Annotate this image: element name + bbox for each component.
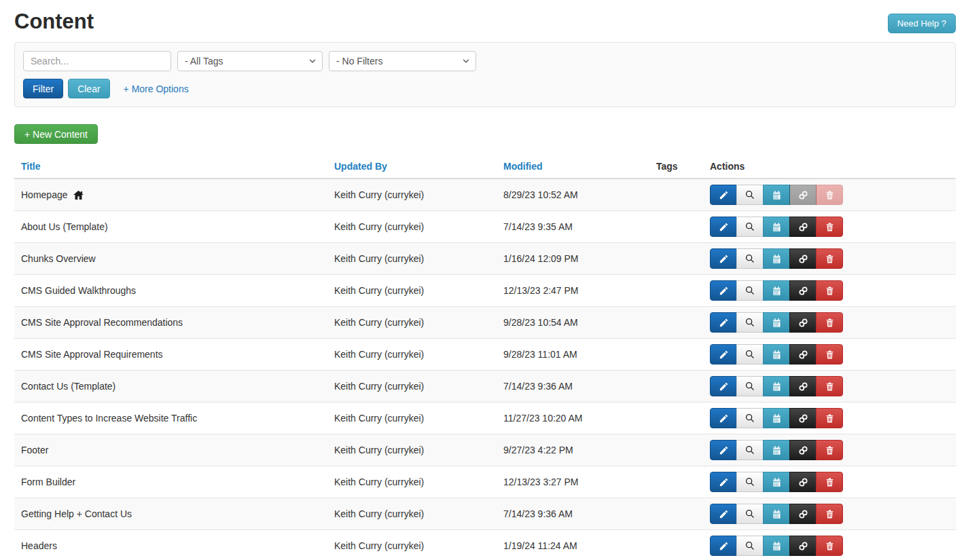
delete-button[interactable] bbox=[816, 312, 843, 333]
row-title-cell: Headers bbox=[14, 530, 327, 560]
delete-button[interactable] bbox=[816, 280, 843, 301]
delete-button[interactable] bbox=[816, 185, 843, 205]
preview-button[interactable] bbox=[736, 472, 764, 492]
clear-button[interactable]: Clear bbox=[68, 79, 109, 98]
column-header-title[interactable]: Title bbox=[14, 155, 327, 178]
link-button[interactable] bbox=[789, 408, 817, 428]
schedule-button[interactable] bbox=[763, 248, 790, 269]
preview-button[interactable] bbox=[736, 344, 764, 365]
row-modified-cell: 12/13/23 3:27 PM bbox=[497, 466, 649, 498]
search-input[interactable] bbox=[23, 51, 171, 71]
edit-button[interactable] bbox=[710, 472, 737, 492]
magnifier-icon bbox=[745, 317, 755, 328]
trash-icon bbox=[825, 541, 835, 551]
preview-button[interactable] bbox=[736, 440, 764, 460]
delete-button[interactable] bbox=[816, 248, 843, 269]
column-header-updated-by[interactable]: Updated By bbox=[327, 155, 497, 178]
tags-select[interactable]: - All Tags bbox=[177, 51, 323, 71]
preview-button[interactable] bbox=[736, 312, 764, 333]
more-options-link[interactable]: + More Options bbox=[124, 83, 189, 94]
edit-button[interactable] bbox=[710, 440, 737, 460]
edit-button[interactable] bbox=[710, 280, 737, 301]
link-button[interactable] bbox=[789, 440, 817, 460]
schedule-button[interactable] bbox=[763, 312, 790, 333]
row-title-cell: Form Builder bbox=[14, 466, 327, 498]
link-button[interactable] bbox=[789, 536, 817, 556]
new-content-button[interactable]: + New Content bbox=[14, 124, 98, 144]
row-modified: 12/13/23 3:27 PM bbox=[503, 477, 579, 487]
magnifier-icon bbox=[745, 508, 755, 519]
filters-select[interactable]: - No Filters bbox=[329, 51, 476, 71]
schedule-button[interactable] bbox=[763, 440, 790, 460]
schedule-button[interactable] bbox=[763, 344, 790, 365]
row-actions-cell bbox=[703, 434, 956, 466]
row-updated-by: Keith Curry (currykei) bbox=[334, 285, 424, 296]
row-updated-by-cell: Keith Curry (currykei) bbox=[327, 530, 497, 560]
calendar-icon bbox=[772, 286, 782, 296]
preview-button[interactable] bbox=[736, 217, 764, 237]
content-page: Need Help ? Content - All Tags - No Filt… bbox=[0, 10, 968, 560]
preview-button[interactable] bbox=[736, 504, 764, 524]
row-title: Getting Help + Contact Us bbox=[21, 508, 132, 519]
edit-button[interactable] bbox=[710, 504, 737, 524]
row-modified-cell: 7/14/23 9:35 AM bbox=[497, 211, 649, 242]
edit-button[interactable] bbox=[710, 248, 737, 269]
row-updated-by: Keith Curry (currykei) bbox=[334, 508, 424, 519]
edit-button[interactable] bbox=[710, 312, 737, 333]
preview-button[interactable] bbox=[736, 185, 764, 205]
delete-button[interactable] bbox=[816, 217, 843, 237]
tags-dropdown[interactable]: - All Tags bbox=[177, 51, 323, 71]
calendar-icon bbox=[772, 381, 782, 392]
link-button[interactable] bbox=[789, 312, 817, 333]
edit-button[interactable] bbox=[710, 536, 737, 556]
row-title: Headers bbox=[21, 540, 57, 551]
filter-button[interactable]: Filter bbox=[23, 79, 63, 98]
delete-button[interactable] bbox=[816, 440, 843, 460]
magnifier-icon bbox=[745, 221, 755, 232]
trash-icon bbox=[825, 222, 835, 232]
link-button[interactable] bbox=[789, 217, 817, 237]
preview-button[interactable] bbox=[736, 536, 764, 556]
preview-button[interactable] bbox=[736, 376, 764, 396]
preview-button[interactable] bbox=[736, 408, 764, 428]
need-help-button[interactable]: Need Help ? bbox=[888, 14, 956, 33]
filters-dropdown[interactable]: - No Filters bbox=[329, 51, 476, 71]
column-header-modified[interactable]: Modified bbox=[497, 155, 649, 178]
delete-button[interactable] bbox=[816, 536, 843, 556]
preview-button[interactable] bbox=[736, 248, 764, 269]
column-header-tags: Tags bbox=[649, 155, 703, 178]
row-title: Chunks Overview bbox=[21, 253, 96, 264]
schedule-button[interactable] bbox=[763, 217, 790, 237]
schedule-button[interactable] bbox=[763, 280, 790, 301]
delete-button[interactable] bbox=[816, 504, 843, 524]
row-updated-by-cell: Keith Curry (currykei) bbox=[327, 371, 497, 402]
trash-icon bbox=[825, 286, 835, 296]
schedule-button[interactable] bbox=[763, 376, 790, 396]
edit-button[interactable] bbox=[710, 217, 737, 237]
delete-button[interactable] bbox=[816, 376, 843, 396]
link-button[interactable] bbox=[789, 472, 817, 492]
schedule-button[interactable] bbox=[763, 185, 790, 205]
delete-button[interactable] bbox=[816, 344, 843, 365]
row-title: About Us (Template) bbox=[21, 221, 108, 232]
link-button[interactable] bbox=[789, 504, 817, 524]
calendar-icon bbox=[772, 445, 782, 455]
link-button[interactable] bbox=[789, 344, 817, 365]
link-button[interactable] bbox=[789, 248, 817, 269]
link-button[interactable] bbox=[789, 280, 817, 301]
delete-button[interactable] bbox=[816, 408, 843, 428]
link-button[interactable] bbox=[789, 185, 817, 205]
preview-button[interactable] bbox=[736, 280, 764, 301]
edit-button[interactable] bbox=[710, 408, 737, 428]
schedule-button[interactable] bbox=[763, 504, 790, 524]
link-button[interactable] bbox=[789, 376, 817, 396]
schedule-button[interactable] bbox=[763, 536, 790, 556]
edit-button[interactable] bbox=[710, 344, 737, 365]
row-tags-cell bbox=[649, 371, 703, 402]
edit-button[interactable] bbox=[710, 376, 737, 396]
edit-button[interactable] bbox=[710, 185, 737, 205]
table-row: Chunks Overview Keith Curry (currykei) 1… bbox=[14, 242, 956, 274]
schedule-button[interactable] bbox=[763, 408, 790, 428]
delete-button[interactable] bbox=[816, 472, 843, 492]
schedule-button[interactable] bbox=[763, 472, 790, 492]
